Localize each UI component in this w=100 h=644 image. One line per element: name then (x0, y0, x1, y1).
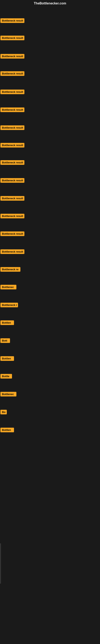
bottleneck-item-23: Bo (0, 410, 7, 414)
site-title: TheBottlenecker.com (0, 0, 100, 7)
bottleneck-item-9: Bottleneck result (0, 160, 24, 165)
bottleneck-item-13: Bottleneck result (0, 232, 24, 236)
bottleneck-item-19: Bott (0, 338, 10, 343)
bottleneck-item-4: Bottleneck result (0, 71, 24, 76)
bottleneck-badge: Bottleneck re (0, 267, 20, 272)
bottleneck-badge: Bottleneck result (0, 36, 24, 40)
bottleneck-badge: Bottleneck result (0, 214, 24, 218)
bottleneck-badge: Bottleneck result (0, 178, 24, 183)
bottleneck-badge: Bottleneck result (0, 126, 24, 130)
bottleneck-item-20: Bottlen (0, 356, 14, 361)
bottleneck-item-16: Bottlenec (0, 285, 16, 290)
bottleneck-badge: Bott (0, 338, 10, 343)
bottleneck-item-21: Bottle (0, 374, 12, 378)
bottleneck-badge: Bottleneck result (0, 232, 24, 236)
bottleneck-badge: Bottleneck result (0, 90, 24, 94)
vertical-line (0, 544, 1, 584)
bottleneck-badge: Bottleneck result (0, 160, 24, 165)
bottleneck-badge: Bottlen (0, 428, 14, 432)
bottleneck-badge: Bottle (0, 374, 12, 378)
bottleneck-item-15: Bottleneck re (0, 267, 20, 272)
bottleneck-badge: Bottlenec (0, 392, 16, 396)
bottleneck-item-1: Bottleneck result (0, 18, 24, 23)
bottleneck-badge: Bottleneck result (0, 249, 24, 254)
bottleneck-item-8: Bottleneck result (0, 143, 24, 148)
bottleneck-item-2: Bottleneck result (0, 36, 24, 40)
bottleneck-badge: Bottleneck r (0, 303, 18, 307)
bottleneck-item-18: Bottlen (0, 320, 14, 325)
bottleneck-badge: Bottleneck result (0, 108, 24, 112)
bottleneck-badge: Bottlen (0, 320, 14, 325)
bottleneck-item-22: Bottlenec (0, 392, 16, 396)
bottleneck-item-12: Bottleneck result (0, 214, 24, 218)
bottleneck-item-5: Bottleneck result (0, 90, 24, 94)
bottleneck-item-7: Bottleneck result (0, 126, 24, 130)
bottleneck-badge: Bottleneck result (0, 71, 24, 76)
bottleneck-badge: Bottleneck result (0, 18, 24, 23)
bottleneck-badge: Bottlen (0, 356, 14, 361)
bottleneck-item-11: Bottleneck result (0, 196, 24, 201)
bottleneck-item-17: Bottleneck r (0, 303, 18, 307)
bottleneck-item-3: Bottleneck result (0, 54, 24, 58)
bottleneck-badge: Bo (0, 410, 7, 414)
bottleneck-badge: Bottleneck result (0, 54, 24, 58)
bottleneck-item-14: Bottleneck result (0, 249, 24, 254)
bottleneck-badge: Bottleneck result (0, 196, 24, 201)
bottleneck-badge: Bottlenec (0, 285, 16, 290)
bottleneck-item-24: Bottlen (0, 428, 14, 432)
bottleneck-badge: Bottleneck result (0, 143, 24, 148)
bottleneck-item-10: Bottleneck result (0, 178, 24, 183)
bottleneck-item-6: Bottleneck result (0, 108, 24, 112)
